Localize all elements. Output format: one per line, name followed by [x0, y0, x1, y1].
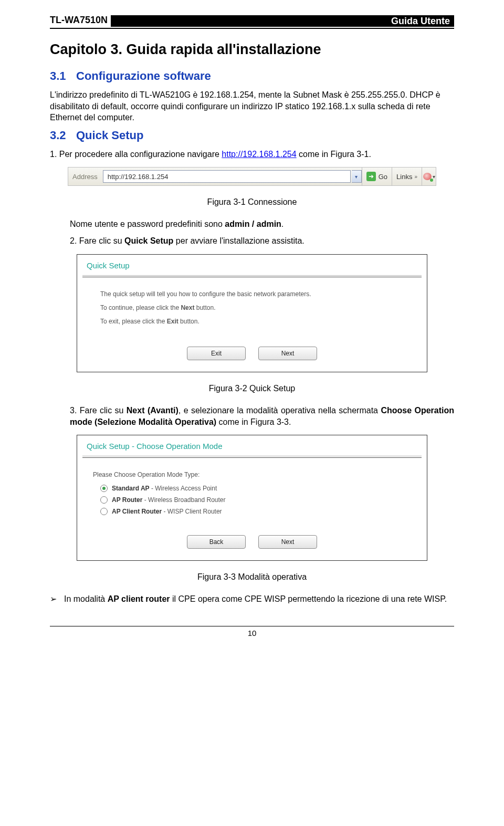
section-3-2-name: Quick Setup: [76, 129, 143, 142]
next-button-mode[interactable]: Next: [258, 535, 317, 549]
next-button[interactable]: Next: [258, 347, 317, 360]
address-label: Address: [68, 173, 102, 181]
mode-radio-row[interactable]: AP Router - Wireless Broadband Router: [100, 496, 417, 504]
quick-setup-title: Quick Setup: [77, 255, 427, 275]
qs-line-3: To exit, please click the Exit button.: [100, 317, 417, 326]
mode-name: AP Client Router: [112, 508, 162, 515]
mode-prompt: Please Choose Operation Mode Type:: [93, 470, 417, 479]
header-divider: [50, 28, 454, 29]
section-3-1-paragraph: L'indirizzo predefinito di TL-WA5210G è …: [50, 89, 454, 123]
choose-mode-title: Quick Setup - Choose Operation Mode: [77, 435, 427, 456]
credentials-line: Nome utente e password predefiniti sono …: [70, 218, 454, 230]
mode-desc: - WISP Client Router: [162, 508, 222, 515]
figure-3-1-caption: Figura 3-1 Connessione: [50, 197, 454, 207]
qs-line-2: To continue, please click the Next butto…: [100, 304, 417, 312]
footer-note: In modalità AP client router il CPE oper…: [64, 593, 447, 605]
doc-header: TL-WA7510N Guida Utente: [50, 15, 454, 27]
section-3-2-num: 3.2: [50, 129, 76, 142]
back-button[interactable]: Back: [187, 535, 246, 549]
section-3-1-title: 3.1Configurazione software: [50, 69, 454, 83]
radio-icon: [100, 508, 108, 515]
figure-3-3-caption: Figura 3-3 Modalità operativa: [50, 572, 454, 582]
chevron-right-icon: »: [414, 174, 417, 180]
go-label: Go: [379, 173, 387, 181]
header-bar: Guida Utente: [111, 15, 454, 27]
figure-3-1-addressbar: Address http://192.168.1.254 ▾ ➜ Go Link…: [68, 167, 436, 186]
step-2: 2. Fare clic su Quick Setup per avviare …: [70, 235, 454, 247]
go-arrow-icon: ➜: [366, 172, 376, 181]
section-3-1-num: 3.1: [50, 69, 76, 83]
page-number: 10: [50, 626, 454, 637]
popup-blocker-icon: [423, 173, 432, 180]
bullet-arrow-icon: ➢: [50, 593, 57, 605]
mode-name: AP Router: [112, 496, 142, 504]
config-url-link[interactable]: http://192.168.1.254: [222, 150, 296, 159]
links-button[interactable]: Links »: [392, 168, 422, 185]
radio-icon: [100, 496, 108, 504]
figure-3-2-caption: Figura 3-2 Quick Setup: [50, 384, 454, 393]
mode-desc: - Wireless Access Point: [150, 485, 217, 492]
popup-blocker-button[interactable]: ▾: [422, 168, 436, 185]
doc-type-label: Guida Utente: [391, 16, 450, 27]
radio-icon: [100, 485, 108, 492]
address-input[interactable]: http://192.168.1.254: [103, 170, 351, 183]
exit-button[interactable]: Exit: [187, 347, 246, 360]
section-3-2-title: 3.2Quick Setup: [50, 129, 454, 142]
section-3-1-name: Configurazione software: [76, 69, 211, 82]
go-button[interactable]: ➜ Go: [362, 168, 392, 185]
chapter-title: Capitolo 3. Guida rapida all'installazio…: [50, 41, 454, 58]
mode-radio-row[interactable]: AP Client Router - WISP Client Router: [100, 508, 417, 515]
model-label: TL-WA7510N: [50, 15, 108, 27]
figure-3-2-panel: Quick Setup The quick setup will tell yo…: [77, 254, 427, 373]
step-3: 3. Fare clic su Next (Avanti), e selezio…: [70, 405, 454, 427]
mode-name: Standard AP: [112, 485, 150, 492]
step-1: 1. Per procedere alla configurazione nav…: [50, 149, 454, 160]
qs-line-1: The quick setup will tell you how to con…: [100, 290, 417, 298]
mode-desc: - Wireless Broadband Router: [142, 496, 225, 504]
figure-3-3-panel: Quick Setup - Choose Operation Mode Plea…: [77, 435, 427, 560]
mode-radio-row[interactable]: Standard AP - Wireless Access Point: [100, 485, 417, 492]
address-dropdown[interactable]: ▾: [352, 170, 362, 183]
links-label: Links: [396, 173, 412, 181]
